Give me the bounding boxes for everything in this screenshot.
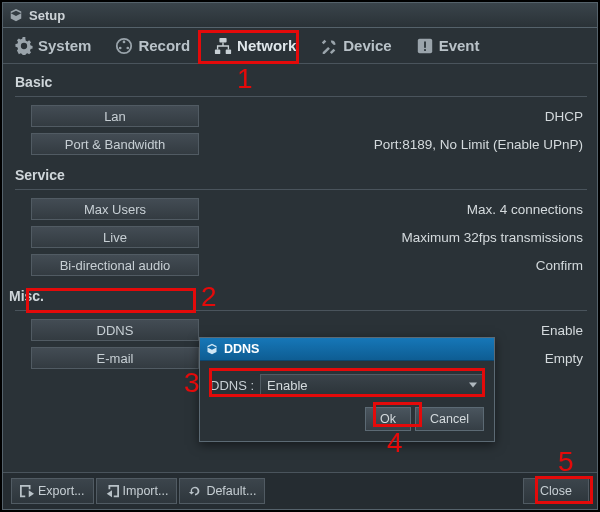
tools-icon bbox=[320, 37, 338, 55]
cancel-button[interactable]: Cancel bbox=[415, 407, 484, 431]
popup-titlebar: DDNS bbox=[200, 338, 494, 361]
tab-event[interactable]: Event bbox=[404, 28, 492, 63]
tab-record[interactable]: Record bbox=[103, 28, 202, 63]
refresh-icon bbox=[188, 484, 202, 498]
port-value: Port:8189, No Limit (Enable UPnP) bbox=[199, 137, 587, 152]
svg-rect-9 bbox=[424, 49, 426, 51]
popup-body: DDNS : Enable Ok Cancel bbox=[200, 361, 494, 441]
reel-icon bbox=[115, 37, 133, 55]
tab-device[interactable]: Device bbox=[308, 28, 403, 63]
import-icon bbox=[105, 484, 119, 498]
tab-label: Network bbox=[237, 37, 296, 54]
export-button[interactable]: Export... bbox=[11, 478, 94, 504]
svg-rect-6 bbox=[226, 49, 231, 54]
svg-point-3 bbox=[127, 46, 130, 49]
titlebar: Setup bbox=[3, 3, 597, 28]
divider bbox=[15, 96, 587, 97]
tab-label: Device bbox=[343, 37, 391, 54]
tab-label: System bbox=[38, 37, 91, 54]
ddns-select-value: Enable bbox=[267, 378, 307, 393]
setup-window: Setup System Record Network Device bbox=[2, 2, 598, 510]
svg-rect-4 bbox=[219, 37, 226, 42]
row-max-users: Max Users Max. 4 connections bbox=[15, 196, 587, 222]
svg-rect-8 bbox=[424, 41, 426, 47]
ok-button[interactable]: Ok bbox=[365, 407, 411, 431]
svg-rect-5 bbox=[215, 49, 220, 54]
section-service-title: Service bbox=[15, 167, 587, 183]
section-basic-title: Basic bbox=[15, 74, 587, 90]
ddns-popup: DDNS DDNS : Enable Ok Cancel bbox=[199, 337, 495, 442]
tab-strip: System Record Network Device Event bbox=[3, 28, 597, 64]
close-button[interactable]: Close bbox=[523, 478, 589, 504]
cube-icon bbox=[206, 343, 218, 355]
lan-value: DHCP bbox=[199, 109, 587, 124]
ddns-button[interactable]: DDNS bbox=[31, 319, 199, 341]
chevron-down-icon bbox=[469, 383, 477, 388]
section-misc-title: Misc. bbox=[9, 288, 587, 304]
ddns-field-row: DDNS : Enable bbox=[210, 373, 484, 397]
divider bbox=[15, 310, 587, 311]
import-button[interactable]: Import... bbox=[96, 478, 178, 504]
bidir-audio-value: Confirm bbox=[199, 258, 587, 273]
max-users-value: Max. 4 connections bbox=[199, 202, 587, 217]
row-live: Live Maximum 32fps transmissions bbox=[15, 224, 587, 250]
row-bidir-audio: Bi-directional audio Confirm bbox=[15, 252, 587, 278]
ddns-value: Enable bbox=[199, 323, 587, 338]
window-title: Setup bbox=[29, 8, 65, 23]
live-value: Maximum 32fps transmissions bbox=[199, 230, 587, 245]
svg-point-2 bbox=[119, 46, 122, 49]
divider bbox=[15, 189, 587, 190]
footer: Export... Import... Default... Close bbox=[3, 472, 597, 509]
popup-actions: Ok Cancel bbox=[210, 407, 484, 431]
alert-icon bbox=[416, 37, 434, 55]
row-lan: Lan DHCP bbox=[15, 103, 587, 129]
popup-title-text: DDNS bbox=[224, 342, 259, 356]
row-port: Port & Bandwidth Port:8189, No Limit (En… bbox=[15, 131, 587, 157]
ddns-select[interactable]: Enable bbox=[260, 374, 484, 396]
bidir-audio-button[interactable]: Bi-directional audio bbox=[31, 254, 199, 276]
max-users-button[interactable]: Max Users bbox=[31, 198, 199, 220]
network-icon bbox=[214, 37, 232, 55]
tab-network[interactable]: Network bbox=[202, 28, 308, 63]
tab-label: Event bbox=[439, 37, 480, 54]
live-button[interactable]: Live bbox=[31, 226, 199, 248]
lan-button[interactable]: Lan bbox=[31, 105, 199, 127]
email-button[interactable]: E-mail bbox=[31, 347, 199, 369]
gear-icon bbox=[15, 37, 33, 55]
export-icon bbox=[20, 484, 34, 498]
tab-system[interactable]: System bbox=[3, 28, 103, 63]
tab-label: Record bbox=[138, 37, 190, 54]
default-button[interactable]: Default... bbox=[179, 478, 265, 504]
port-bandwidth-button[interactable]: Port & Bandwidth bbox=[31, 133, 199, 155]
svg-point-1 bbox=[123, 40, 126, 43]
cube-icon bbox=[9, 8, 23, 22]
ddns-field-label: DDNS : bbox=[210, 378, 254, 393]
